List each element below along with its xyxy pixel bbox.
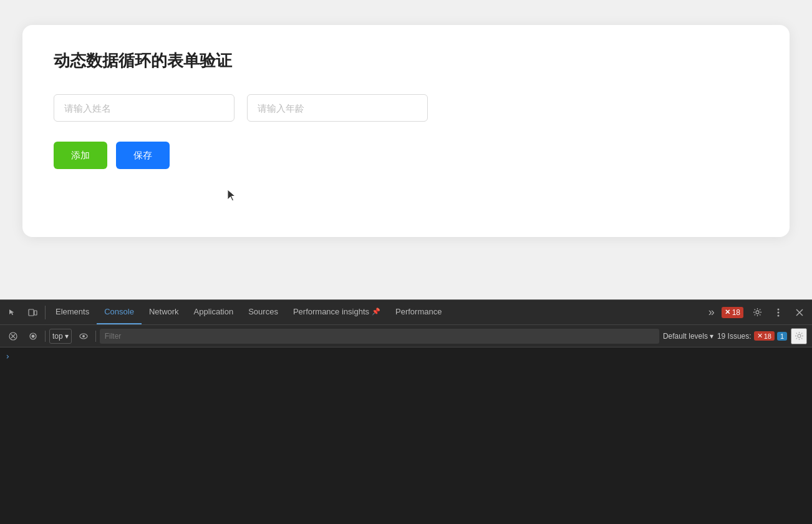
more-options-button[interactable] xyxy=(768,303,788,323)
form-row xyxy=(54,94,758,122)
devtools-tabs: Elements Console Network Application Sou… xyxy=(48,300,702,324)
card-title: 动态数据循环的表单验证 xyxy=(54,50,758,72)
tab-performance[interactable]: Performance xyxy=(388,300,449,324)
default-levels-button[interactable]: Default levels ▾ xyxy=(663,332,713,341)
add-button[interactable]: 添加 xyxy=(54,142,107,169)
issues-error-count: 18 xyxy=(764,332,771,340)
context-selector[interactable]: top ▾ xyxy=(49,329,72,344)
svg-point-5 xyxy=(778,314,780,316)
device-toggle-icon[interactable] xyxy=(22,303,42,323)
close-devtools-button[interactable] xyxy=(790,303,810,323)
svg-rect-1 xyxy=(34,311,37,315)
tab-sources[interactable]: Sources xyxy=(241,300,286,324)
svg-point-2 xyxy=(756,311,759,314)
issues-error-badge: ✕ 18 xyxy=(754,331,775,341)
svg-point-4 xyxy=(778,311,780,313)
save-button[interactable]: 保存 xyxy=(116,142,170,169)
cursor-inspect-icon[interactable] xyxy=(2,303,22,323)
devtools-toolbar: Elements Console Network Application Sou… xyxy=(0,300,812,325)
prompt-arrow-icon: › xyxy=(5,351,10,361)
button-row: 添加 保存 xyxy=(54,142,758,169)
svg-rect-0 xyxy=(29,309,34,316)
issues-info-badge: 1 xyxy=(777,332,787,341)
svg-point-8 xyxy=(32,334,35,337)
svg-point-3 xyxy=(778,308,780,310)
form-card: 动态数据循环的表单验证 添加 保存 xyxy=(22,25,790,237)
error-x-icon: ✕ xyxy=(725,308,730,316)
clear-console-button[interactable] xyxy=(5,328,21,344)
console-settings-button[interactable] xyxy=(791,328,807,344)
settings-button[interactable] xyxy=(747,303,767,323)
default-levels-label: Default levels xyxy=(663,332,708,341)
more-tabs-button[interactable]: » xyxy=(702,303,722,323)
error-count: 18 xyxy=(732,308,740,317)
tab-console[interactable]: Console xyxy=(97,300,142,324)
toolbar-divider-1 xyxy=(45,306,46,319)
age-input[interactable] xyxy=(247,94,428,122)
console-divider-1 xyxy=(45,331,46,342)
context-label: top xyxy=(52,332,63,341)
console-divider-2 xyxy=(95,331,96,342)
tab-application[interactable]: Application xyxy=(186,300,241,324)
console-bar: top ▾ Default levels ▾ 19 Issues: ✕ 18 1 xyxy=(0,325,812,347)
issues-info-count: 1 xyxy=(780,332,784,340)
tab-network[interactable]: Network xyxy=(142,300,186,324)
issues-badge[interactable]: 19 Issues: ✕ 18 1 xyxy=(717,331,787,341)
toolbar-right: ✕ 18 xyxy=(722,303,810,323)
devtools-panel: Elements Console Network Application Sou… xyxy=(0,299,812,524)
error-badge[interactable]: ✕ 18 xyxy=(722,307,743,318)
context-dropdown-icon: ▾ xyxy=(65,332,69,341)
default-levels-arrow: ▾ xyxy=(710,332,713,341)
issues-error-x: ✕ xyxy=(757,332,763,340)
console-prompt[interactable]: › xyxy=(5,351,807,361)
issues-count-label: 19 Issues: xyxy=(717,332,752,341)
console-content: › xyxy=(0,347,812,524)
tab-elements[interactable]: Elements xyxy=(48,300,97,324)
pin-icon: 📌 xyxy=(372,308,380,316)
filter-input[interactable] xyxy=(100,329,659,344)
eye-icon-button[interactable] xyxy=(75,328,92,344)
stop-recording-button[interactable] xyxy=(25,328,41,344)
svg-point-10 xyxy=(82,335,85,337)
main-content: 动态数据循环的表单验证 添加 保存 xyxy=(0,0,812,299)
svg-point-11 xyxy=(798,334,801,337)
tab-performance-insights[interactable]: Performance insights 📌 xyxy=(286,300,388,324)
name-input[interactable] xyxy=(54,94,234,122)
